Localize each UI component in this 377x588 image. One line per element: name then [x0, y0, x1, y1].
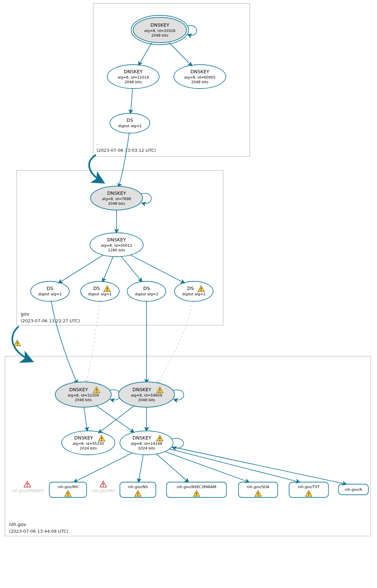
edge: [172, 447, 346, 484]
edge: [119, 133, 129, 187]
node-root-ds[interactable]: DS digest alg=2: [110, 113, 150, 133]
svg-text:2048 bits: 2048 bits: [151, 33, 169, 38]
edge-dashed: [157, 301, 192, 384]
zone-nih-date: (2023-07-06 13:44:09 UTC): [9, 529, 68, 534]
svg-text:DNSKEY: DNSKEY: [74, 435, 93, 441]
dnssec-graph: . (2023-07-06 13:03:12 UTC) gov (2023-07…: [0, 0, 377, 588]
svg-text:digest alg=2: digest alg=2: [135, 292, 158, 296]
edge: [139, 43, 152, 65]
svg-text:DNSKEY: DNSKEY: [133, 387, 152, 392]
svg-text:nih.gov/TXT: nih.gov/TXT: [298, 485, 319, 489]
svg-text:DS: DS: [93, 286, 100, 291]
svg-text:nih.gov/MX: nih.gov/MX: [58, 485, 78, 489]
svg-text:2048 bits: 2048 bits: [138, 398, 155, 402]
ghost-dnskey: nih.gov/DNSKEY: [11, 481, 44, 493]
svg-text:DNSKEY: DNSKEY: [133, 435, 152, 441]
svg-text:nih.gov/MX: nih.gov/MX: [92, 488, 115, 493]
rr-txt[interactable]: nih.gov/TXT: [289, 482, 328, 497]
node-nih-ksk2[interactable]: DNSKEY alg=8, id=59659 2048 bits: [119, 382, 184, 407]
node-gov-ds1[interactable]: DS digest alg=2: [31, 281, 69, 301]
node-gov-ds4[interactable]: DS digest alg=1: [175, 281, 213, 301]
edge-dashed: [86, 301, 99, 383]
edge: [131, 89, 133, 113]
node-nih-zsk1[interactable]: DNSKEY alg=8, id=55230 1024 bits: [62, 431, 115, 455]
rr-nsec3param[interactable]: nih.gov/NSEC3PARAM: [167, 482, 226, 497]
svg-point-37: [175, 281, 213, 301]
svg-text:2048 bits: 2048 bits: [191, 80, 208, 84]
svg-point-28: [31, 281, 69, 301]
ghost-mx: nih.gov/MX: [92, 481, 115, 493]
svg-text:alg=8, id=20326: alg=8, id=20326: [144, 29, 176, 33]
svg-text:2048 bits: 2048 bits: [75, 398, 92, 402]
svg-text:DS: DS: [187, 286, 194, 291]
edge: [84, 407, 87, 431]
edge: [121, 256, 142, 282]
svg-text:DNSKEY: DNSKEY: [124, 69, 143, 74]
svg-text:alg=8, id=55230: alg=8, id=55230: [73, 441, 104, 446]
edge: [51, 301, 77, 384]
svg-text:alg=8, id=11019: alg=8, id=11019: [118, 75, 149, 80]
svg-text:2048 bits: 2048 bits: [108, 201, 125, 206]
svg-text:alg=8, id=59659: alg=8, id=59659: [131, 393, 162, 398]
zone-nih-box: [5, 356, 371, 536]
svg-text:DNSKEY: DNSKEY: [151, 22, 170, 28]
edge: [169, 43, 192, 66]
node-root-zsk1[interactable]: DNSKEY alg=8, id=11019 2048 bits: [107, 65, 159, 89]
node-nih-ksk1[interactable]: DNSKEY alg=8, id=32209 2048 bits: [55, 382, 121, 407]
svg-text:DS: DS: [127, 118, 133, 123]
node-root-zsk2[interactable]: DNSKEY alg=8, id=60955 2048 bits: [174, 65, 226, 89]
node-gov-zsk[interactable]: DNSKEY alg=8, id=50011 1280 bits: [90, 233, 143, 257]
svg-point-17: [110, 113, 150, 133]
warning-icon: [14, 340, 21, 346]
node-gov-ksk[interactable]: DNSKEY alg=8, id=7698 2048 bits: [91, 186, 151, 210]
svg-text:1024 bits: 1024 bits: [80, 446, 97, 450]
edge: [74, 453, 133, 482]
edge: [103, 256, 113, 282]
svg-text:1024 bits: 1024 bits: [138, 446, 155, 450]
zone-gov-date: (2023-07-06 13:22:27 UTC): [21, 318, 80, 323]
svg-text:nih.gov/SOA: nih.gov/SOA: [247, 485, 269, 489]
node-nih-zsk2[interactable]: DNSKEY alg=8, id=14148 1024 bits: [120, 431, 184, 455]
node-root-ksk[interactable]: DNSKEY alg=8, id=20326 2048 bits: [131, 15, 197, 45]
svg-text:digest alg=2: digest alg=2: [118, 124, 142, 128]
svg-text:DNSKEY: DNSKEY: [190, 69, 209, 74]
zone-gov-label: gov: [21, 311, 29, 317]
svg-text:nih.gov/A: nih.gov/A: [345, 487, 362, 492]
svg-text:nih.gov/DNSKEY: nih.gov/DNSKEY: [11, 488, 44, 493]
svg-text:DS: DS: [47, 286, 53, 291]
node-gov-ds3[interactable]: DS digest alg=2: [127, 281, 166, 301]
svg-text:DNSKEY: DNSKEY: [107, 237, 126, 242]
svg-text:2048 bits: 2048 bits: [125, 80, 142, 84]
rr-ns[interactable]: nih.gov/NS: [120, 482, 156, 497]
error-icon: [24, 481, 31, 487]
rr-mx[interactable]: nih.gov/MX: [49, 482, 87, 497]
svg-text:digest alg=2: digest alg=2: [38, 292, 62, 296]
svg-point-34: [127, 281, 166, 301]
rr-soa[interactable]: nih.gov/SOA: [238, 482, 278, 497]
zone-nih-label: nih.gov: [9, 522, 26, 527]
svg-text:digest alg=1: digest alg=1: [182, 292, 205, 296]
svg-text:DNSKEY: DNSKEY: [69, 387, 88, 392]
svg-text:alg=8, id=32209: alg=8, id=32209: [68, 393, 99, 398]
node-gov-ds2[interactable]: DS digest alg=1: [81, 281, 119, 301]
zone-root-label: .: [97, 141, 98, 146]
error-icon: [100, 481, 107, 487]
svg-text:DS: DS: [143, 286, 150, 291]
edge: [96, 406, 134, 432]
svg-text:DNSKEY: DNSKEY: [107, 190, 126, 196]
svg-text:alg=8, id=14148: alg=8, id=14148: [131, 441, 162, 446]
rr-a[interactable]: nih.gov/A: [338, 484, 368, 495]
edge: [131, 255, 185, 283]
edge: [165, 451, 249, 482]
edge: [139, 455, 143, 482]
svg-point-31: [81, 281, 119, 301]
svg-text:nih.gov/NS: nih.gov/NS: [128, 485, 148, 489]
edge: [156, 453, 188, 482]
svg-text:alg=8, id=50011: alg=8, id=50011: [101, 243, 132, 248]
zone-edge-root-gov: [89, 155, 103, 182]
svg-text:alg=8, id=60955: alg=8, id=60955: [184, 75, 215, 80]
svg-text:nih.gov/NSEC3PARAM: nih.gov/NSEC3PARAM: [177, 485, 216, 489]
edge: [59, 255, 103, 283]
svg-text:1280 bits: 1280 bits: [108, 248, 125, 252]
svg-text:digest alg=1: digest alg=1: [88, 292, 112, 296]
